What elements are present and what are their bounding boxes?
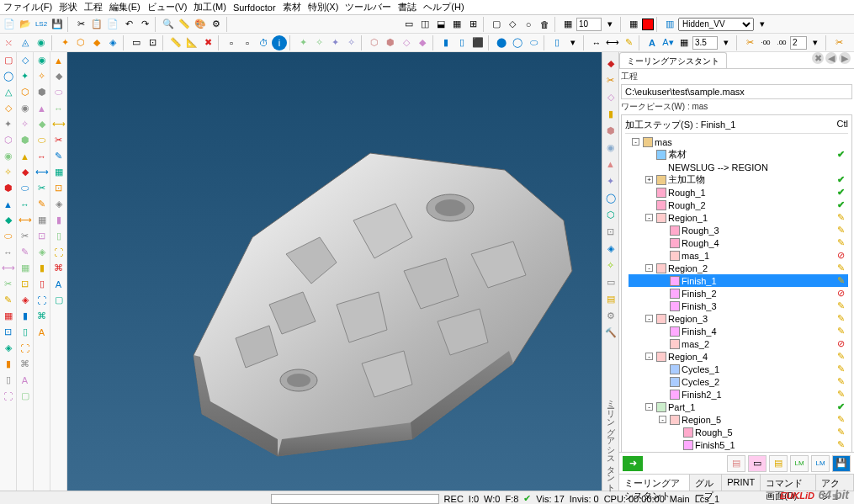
layer-next[interactable]: ▾ — [755, 17, 770, 32]
left-tool[interactable]: ⬭ — [50, 84, 66, 100]
viewport-3d[interactable] — [67, 52, 602, 491]
left-tool[interactable]: ⌘ — [34, 308, 50, 324]
tree-node[interactable]: Rough_4✎ — [629, 236, 848, 249]
t2-pen[interactable]: ✎ — [621, 35, 636, 50]
tree-node[interactable]: -Region_4✎ — [629, 350, 848, 363]
left-tool[interactable]: ⟷ — [34, 164, 50, 180]
menu-item[interactable]: 形状 — [59, 1, 77, 13]
left-tool[interactable]: ◉ — [17, 100, 33, 116]
t2-drop2[interactable]: ▾ — [719, 35, 734, 50]
t2-rect[interactable]: ▭ — [129, 35, 144, 50]
tree-node[interactable]: -Region_5✎ — [629, 413, 848, 426]
left-tool[interactable]: ✎ — [17, 244, 33, 260]
left-tool[interactable]: A — [17, 372, 33, 388]
t2-blue1[interactable]: ▮ — [438, 35, 454, 50]
left-tool[interactable]: ↔ — [34, 148, 50, 164]
bottom-tab[interactable]: PRINT — [722, 475, 761, 491]
tree-node[interactable]: Cycles_1✎ — [629, 363, 848, 375]
t2-c[interactable]: ◆ — [89, 35, 104, 50]
pbtn-1[interactable]: ▤ — [727, 455, 745, 472]
left-tool[interactable]: ◯ — [0, 68, 16, 84]
left-tool[interactable]: ▦ — [17, 260, 33, 276]
t2-dim3[interactable]: ·00 — [758, 35, 773, 50]
left-tool[interactable]: ◈ — [0, 340, 16, 356]
menu-item[interactable]: ファイル(F) — [3, 1, 52, 13]
t2-s3[interactable]: ✦ — [327, 35, 342, 50]
left-tool[interactable]: ⛶ — [17, 340, 33, 356]
tree-node[interactable]: -Region_1✎ — [629, 211, 848, 224]
pbtn-5[interactable]: LM — [811, 455, 830, 472]
shape-del[interactable]: 🗑 — [537, 17, 552, 32]
left-tool[interactable]: ⬢ — [17, 132, 33, 148]
t2-dim2[interactable]: ⟷ — [605, 35, 620, 50]
left-tool[interactable]: ✦ — [0, 116, 16, 132]
tree-node[interactable]: Rough_5✎ — [629, 426, 848, 438]
tree-node[interactable]: -Region_2✎ — [629, 262, 848, 274]
left-tool[interactable]: ⊡ — [34, 228, 50, 244]
grid-icon[interactable]: ▦ — [560, 17, 576, 32]
left-tool[interactable]: A — [50, 276, 66, 292]
left-tool[interactable]: ▦ — [50, 164, 66, 180]
left-tool[interactable]: ✂ — [0, 276, 16, 292]
color-swatch[interactable] — [642, 19, 654, 30]
tree-node[interactable]: mas_2⊘ — [629, 337, 848, 350]
tree-node[interactable]: -Part_1✔ — [629, 401, 848, 413]
t2-cyl4[interactable]: ▯ — [549, 35, 565, 50]
tool-undo[interactable]: ↶ — [121, 17, 136, 32]
tool-paste[interactable]: 📄 — [105, 17, 120, 32]
tree-node[interactable]: Rough_3✎ — [629, 224, 848, 236]
left-tool[interactable]: ⬭ — [34, 132, 50, 148]
left-tool[interactable]: ↔ — [50, 100, 66, 116]
left-tool[interactable]: ◆ — [50, 68, 66, 84]
t2-d[interactable]: ◈ — [105, 35, 120, 50]
t2-s1[interactable]: ✦ — [295, 35, 310, 50]
t2-cut[interactable]: ✂ — [742, 35, 757, 50]
tree-node[interactable]: 素材✔ — [629, 148, 848, 161]
left-tool[interactable]: ▯ — [0, 372, 16, 388]
left-tool[interactable]: ◇ — [17, 52, 33, 68]
left-tool[interactable]: ⟷ — [50, 116, 66, 132]
menu-item[interactable]: 工程 — [84, 1, 103, 13]
tool-redo[interactable]: ↷ — [137, 17, 152, 32]
view-split2[interactable]: ◫ — [417, 17, 432, 32]
left-tool[interactable]: ▢ — [0, 52, 16, 68]
menu-item[interactable]: 加工(M) — [194, 1, 226, 13]
pbtn-2[interactable]: ▭ — [748, 455, 766, 472]
tool-cut[interactable]: ✂ — [73, 17, 88, 32]
t2-blank2[interactable]: ▫ — [240, 35, 255, 50]
grid2-icon[interactable]: ▦ — [626, 17, 641, 32]
tool-zoom[interactable]: 🔍 — [161, 17, 176, 32]
menu-item[interactable]: ツールバー — [345, 1, 391, 13]
t2-cut2[interactable]: ✂ — [831, 35, 846, 50]
left-tool[interactable]: ◈ — [50, 196, 66, 212]
view-split4[interactable]: ⊞ — [465, 17, 480, 32]
menu-item[interactable]: 特別(X) — [308, 1, 339, 13]
tree-node[interactable]: mas_1⊘ — [629, 249, 848, 262]
left-tool[interactable]: ▢ — [50, 292, 66, 308]
left-tool[interactable]: ▮ — [34, 260, 50, 276]
left-tool[interactable]: ↔ — [0, 244, 16, 260]
t2-axis[interactable]: ⛌ — [2, 35, 17, 50]
tree-node[interactable]: Finish_3✎ — [629, 300, 848, 312]
t2-p1[interactable]: ⬡ — [367, 35, 382, 50]
tool-new[interactable]: 📄 — [2, 17, 17, 32]
t2-drop[interactable]: ▾ — [565, 35, 581, 50]
left-tool[interactable]: ▲ — [50, 52, 66, 68]
t2-dim4[interactable]: .00 — [774, 35, 789, 50]
left-tool[interactable]: ⟷ — [0, 260, 16, 276]
dropdown-icon[interactable]: ▾ — [602, 17, 618, 32]
menu-item[interactable]: ビュー(V) — [147, 1, 188, 13]
left-tool[interactable]: ▮ — [17, 308, 33, 324]
left-tool[interactable]: ✧ — [34, 68, 50, 84]
left-tool[interactable]: ✂ — [34, 180, 50, 196]
left-tool[interactable]: ▦ — [0, 308, 16, 324]
tree-node[interactable]: Rough_2✔ — [629, 199, 848, 211]
t2-grid[interactable]: ▦ — [676, 35, 692, 50]
tree-node[interactable]: -Region_3✎ — [629, 312, 848, 325]
menu-item[interactable]: 編集(E) — [109, 1, 141, 13]
left-tool[interactable]: ⌘ — [50, 260, 66, 276]
left-tool[interactable]: ✧ — [17, 116, 33, 132]
view-split2v[interactable]: ⬓ — [433, 17, 448, 32]
left-tool[interactable]: ✂ — [50, 132, 66, 148]
menu-item[interactable]: Surfdoctor — [233, 3, 276, 13]
